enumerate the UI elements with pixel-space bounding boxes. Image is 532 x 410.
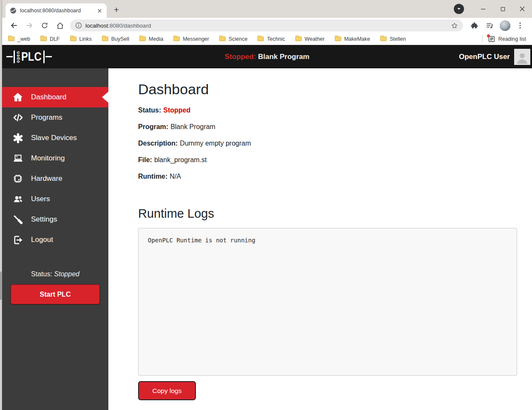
bookmark-folder[interactable]: Stellen: [380, 36, 406, 42]
browser-tab[interactable]: localhost:8080/dashboard: [6, 3, 107, 18]
header-status: Stopped: Blank Program: [2, 53, 532, 61]
bookmark-folder[interactable]: Media: [139, 36, 163, 42]
page-title: Dashboard: [138, 81, 517, 98]
bookmark-folder[interactable]: MakeMake: [335, 36, 370, 42]
folder-icon: [335, 37, 341, 41]
sidebar: Dashboard Programs Slave Devices: [2, 68, 108, 410]
folder-icon: [380, 37, 387, 41]
sidebar-item-programs[interactable]: Programs: [2, 107, 108, 128]
sidebar-item-hardware[interactable]: Hardware: [2, 168, 108, 189]
folder-icon: [295, 37, 302, 41]
laptop-icon: [11, 152, 24, 164]
folder-icon: [40, 37, 47, 41]
sidebar-item-monitoring[interactable]: Monitoring: [2, 148, 108, 168]
minimize-button[interactable]: [473, 0, 493, 18]
browser-toolbar: localhost:8080/dashboard: [2, 18, 532, 33]
folder-icon: [70, 37, 76, 41]
forward-icon[interactable]: [23, 20, 35, 31]
bookmark-folder[interactable]: DLF: [40, 36, 60, 42]
bookmark-star-icon[interactable]: [451, 22, 458, 29]
page-info-icon[interactable]: [75, 22, 82, 29]
sidebar-item-settings[interactable]: Settings: [2, 209, 108, 230]
users-icon: [11, 193, 24, 205]
sidebar-item-users[interactable]: Users: [2, 189, 108, 209]
file-line: File:blank_program.st: [138, 156, 517, 164]
bookmarks-bar: _web DLF Links BuySell Media Messenger S…: [2, 33, 532, 45]
plc-status-text: Status: Stopped: [2, 270, 108, 278]
media-controls-icon[interactable]: [484, 20, 495, 31]
new-tab-button[interactable]: +: [110, 3, 123, 16]
bookmark-folder[interactable]: Technic: [258, 36, 285, 42]
extensions-puzzle-icon[interactable]: [468, 20, 480, 31]
code-icon: [11, 112, 24, 124]
globe-favicon-icon: [10, 7, 17, 14]
reload-icon[interactable]: [39, 20, 51, 31]
window-controls: [454, 0, 532, 18]
start-plc-button[interactable]: Start PLC: [11, 284, 100, 304]
sidebar-item-dashboard[interactable]: Dashboard: [2, 87, 108, 107]
openplc-logo[interactable]: open PLC: [6, 50, 52, 64]
folder-icon: [102, 37, 108, 41]
runtime-logs-box[interactable]: OpenPLC Runtime is not running: [138, 228, 517, 376]
tab-strip: localhost:8080/dashboard +: [2, 0, 532, 18]
bookmark-folder[interactable]: Weather: [295, 36, 325, 42]
folder-icon: [173, 37, 180, 41]
sidebar-item-slave-devices[interactable]: Slave Devices: [2, 128, 108, 148]
tab-title: localhost:8080/dashboard: [20, 8, 96, 14]
runtime-logs-title: Runtime Logs: [138, 207, 517, 221]
divider: [482, 36, 483, 42]
reading-list-icon: [488, 35, 495, 43]
main-content: Dashboard Status:Stopped Program:Blank P…: [108, 68, 532, 410]
sidebar-item-logout[interactable]: Logout: [2, 230, 108, 250]
header-user[interactable]: OpenPLC User: [459, 49, 530, 65]
screen: localhost:8080/dashboard +: [0, 0, 532, 410]
folder-icon: [219, 37, 226, 41]
close-button[interactable]: [512, 0, 532, 18]
folder-icon: [8, 37, 14, 41]
bookmark-folder[interactable]: _web: [8, 36, 30, 42]
copy-logs-button[interactable]: Copy logs: [138, 381, 196, 400]
user-avatar[interactable]: [514, 49, 530, 65]
description-line: Description:Dummy empty program: [138, 140, 517, 147]
bookmark-folder[interactable]: Messenger: [173, 36, 209, 42]
program-line: Program:Blank Program: [138, 123, 517, 131]
tab-close-icon[interactable]: [96, 7, 103, 14]
reading-list-button[interactable]: Reading list: [488, 35, 526, 43]
app-header: open PLC Stopped: Blank Program OpenPLC …: [2, 45, 532, 68]
folder-icon: [139, 37, 146, 41]
bookmark-folder[interactable]: Science: [219, 36, 247, 42]
openplc-app: open PLC Stopped: Blank Program OpenPLC …: [2, 45, 532, 410]
status-line: Status:Stopped: [138, 107, 517, 114]
asterisk-icon: [11, 132, 24, 144]
logout-icon: [11, 234, 24, 246]
search-tabs-icon[interactable]: [454, 4, 464, 14]
runtime-line: Runtime:N/A: [138, 173, 517, 180]
chip-icon: [11, 173, 24, 185]
status-value: Stopped: [163, 107, 190, 114]
maximize-button[interactable]: [493, 0, 512, 18]
browser-window: localhost:8080/dashboard +: [2, 0, 532, 410]
bookmark-folder[interactable]: Links: [70, 36, 92, 42]
screwdriver-icon: [11, 213, 24, 225]
browser-menu-icon[interactable]: [514, 20, 526, 31]
home-icon[interactable]: [54, 20, 66, 31]
notification-dot: [487, 34, 490, 37]
url-text: localhost:8080/dashboard: [85, 22, 151, 29]
back-icon[interactable]: [8, 20, 20, 31]
folder-icon: [258, 37, 264, 41]
address-bar[interactable]: localhost:8080/dashboard: [70, 20, 463, 31]
bookmark-folder[interactable]: BuySell: [102, 36, 129, 42]
home-icon: [11, 91, 24, 103]
profile-avatar[interactable]: [499, 20, 511, 31]
